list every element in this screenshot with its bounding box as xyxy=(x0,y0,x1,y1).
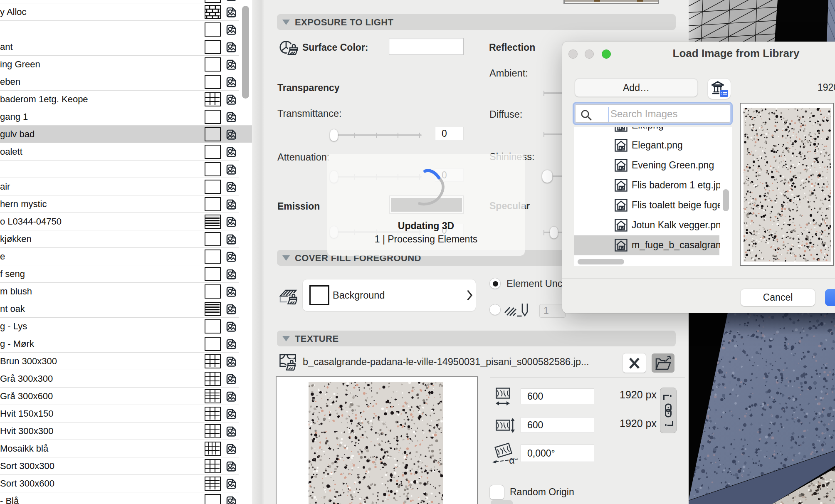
svg-text:α: α xyxy=(509,455,515,464)
